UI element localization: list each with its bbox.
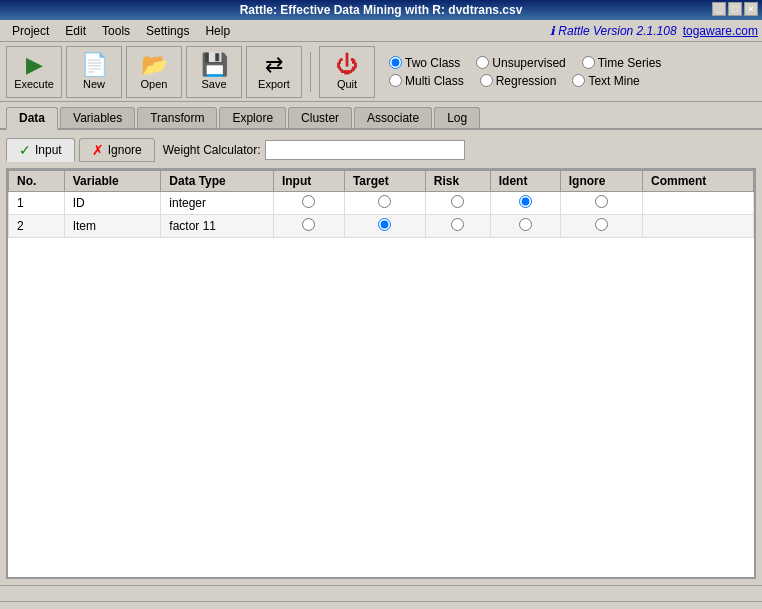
time-series-label[interactable]: Time Series [582,56,662,70]
unsupervised-text: Unsupervised [492,56,565,70]
new-icon: 📄 [81,54,108,76]
tab-associate[interactable]: Associate [354,107,432,128]
time-series-text: Time Series [598,56,662,70]
tab-cluster[interactable]: Cluster [288,107,352,128]
cell-ignore-1[interactable] [560,192,642,215]
radio-ignore-1[interactable] [595,195,608,208]
new-label: New [83,78,105,90]
cell-input-2[interactable] [273,215,344,238]
window-controls[interactable]: _ □ × [712,2,758,16]
multi-class-radio[interactable] [389,74,402,87]
radio-ignore-2[interactable] [595,218,608,231]
cell-no-1: 1 [9,192,65,215]
input-tab-label: Input [35,143,62,157]
col-input: Input [273,171,344,192]
toolbar-separator [310,52,311,92]
text-mine-label[interactable]: Text Mine [572,74,639,88]
quit-icon: ⏻ [336,54,358,76]
mode-radio-group: Two Class Unsupervised Time Series Multi… [389,56,661,88]
two-class-label[interactable]: Two Class [389,56,460,70]
cell-no-2: 2 [9,215,65,238]
execute-icon: ▶ [26,54,43,76]
text-mine-radio[interactable] [572,74,585,87]
text-mine-text: Text Mine [588,74,639,88]
cell-datatype-2: factor 11 [161,215,274,238]
time-series-radio[interactable] [582,56,595,69]
input-tab[interactable]: ✓ Input [6,138,75,162]
cell-ignore-2[interactable] [560,215,642,238]
menu-edit[interactable]: Edit [57,22,94,40]
save-icon: 💾 [201,54,228,76]
weight-calculator-input[interactable] [265,140,465,160]
quit-label: Quit [337,78,357,90]
save-button[interactable]: 💾 Save [186,46,242,98]
table-row: 1 ID integer [9,192,754,215]
multi-class-label[interactable]: Multi Class [389,74,464,88]
radio-row-1: Two Class Unsupervised Time Series [389,56,661,70]
cell-target-2[interactable] [344,215,425,238]
radio-ident-1[interactable] [519,195,532,208]
radio-ident-2[interactable] [519,218,532,231]
table-row: 2 Item factor 11 [9,215,754,238]
cell-risk-2[interactable] [425,215,490,238]
cell-ident-2[interactable] [490,215,560,238]
col-ignore: Ignore [560,171,642,192]
ignore-tab[interactable]: ✗ Ignore [79,138,155,162]
col-comment: Comment [643,171,754,192]
cell-target-1[interactable] [344,192,425,215]
quit-button[interactable]: ⏻ Quit [319,46,375,98]
main-tab-bar: Data Variables Transform Explore Cluster… [0,102,762,130]
radio-row-2: Multi Class Regression Text Mine [389,74,661,88]
menu-bar: Project Edit Tools Settings Help ℹ Rattl… [0,20,762,42]
maximize-button[interactable]: □ [728,2,742,16]
execute-button[interactable]: ▶ Execute [6,46,62,98]
close-button[interactable]: × [744,2,758,16]
cell-risk-1[interactable] [425,192,490,215]
cell-ident-1[interactable] [490,192,560,215]
menu-settings[interactable]: Settings [138,22,197,40]
tab-data[interactable]: Data [6,107,58,130]
ignore-xmark: ✗ [92,142,104,158]
radio-target-1[interactable] [378,195,391,208]
col-target: Target [344,171,425,192]
title-bar: Rattle: Effective Data Mining with R: dv… [0,0,762,20]
unsupervised-radio[interactable] [476,56,489,69]
export-icon: ⇄ [265,54,283,76]
cell-variable-1: ID [64,192,161,215]
new-button[interactable]: 📄 New [66,46,122,98]
cell-datatype-1: integer [161,192,274,215]
two-class-radio[interactable] [389,56,402,69]
radio-input-2[interactable] [302,218,315,231]
horizontal-scrollbar[interactable] [0,585,762,601]
radio-risk-1[interactable] [451,195,464,208]
toolbar: ▶ Execute 📄 New 📂 Open 💾 Save ⇄ Export ⏻… [0,42,762,102]
regression-text: Regression [496,74,557,88]
cell-input-1[interactable] [273,192,344,215]
radio-risk-2[interactable] [451,218,464,231]
export-button[interactable]: ⇄ Export [246,46,302,98]
cell-comment-2 [643,215,754,238]
radio-input-1[interactable] [302,195,315,208]
open-button[interactable]: 📂 Open [126,46,182,98]
tab-variables[interactable]: Variables [60,107,135,128]
menu-tools[interactable]: Tools [94,22,138,40]
open-label: Open [141,78,168,90]
minimize-button[interactable]: _ [712,2,726,16]
input-checkmark: ✓ [19,142,31,158]
regression-label[interactable]: Regression [480,74,557,88]
menu-project[interactable]: Project [4,22,57,40]
tab-log[interactable]: Log [434,107,480,128]
menu-help[interactable]: Help [197,22,238,40]
open-icon: 📂 [141,54,168,76]
tab-transform[interactable]: Transform [137,107,217,128]
ignore-tab-label: Ignore [108,143,142,157]
unsupervised-label[interactable]: Unsupervised [476,56,565,70]
multi-class-text: Multi Class [405,74,464,88]
save-label: Save [201,78,226,90]
tab-explore[interactable]: Explore [219,107,286,128]
regression-radio[interactable] [480,74,493,87]
col-risk: Risk [425,171,490,192]
togaware-link[interactable]: togaware.com [683,24,758,38]
radio-target-2[interactable] [378,218,391,231]
two-class-text: Two Class [405,56,460,70]
